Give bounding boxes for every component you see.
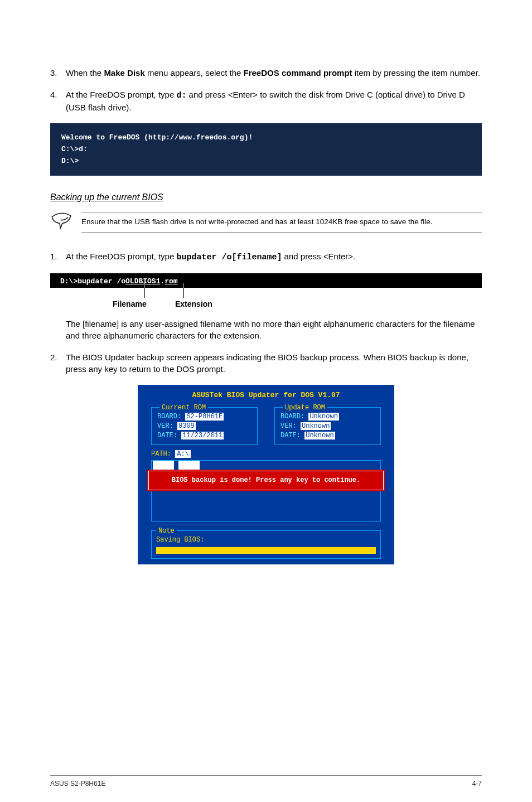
progress-bar [156,547,376,554]
step-num: 2. [50,351,66,375]
cmd-filename: OLDBIOS1 [125,277,160,286]
update-rom-box: Update ROM BOARD: Unknown VER: Unknown D… [274,407,381,445]
rom-row: Current ROM BOARD: S2-P8H61E VER: 0309 D… [138,407,394,445]
step-body: At the FreeDOS prompt, type bupdater /o[… [66,250,482,263]
saving-text: Saving BIOS: [156,535,376,545]
terminal-line: Welcome to FreeDOS (http://www.freedos.o… [61,132,471,144]
instruction-list-a: 3. When the Make Disk menu appears, sele… [50,67,482,113]
terminal-output: Welcome to FreeDOS (http://www.freedos.o… [50,123,482,176]
callout-connector [183,283,184,298]
step-body: At the FreeDOS prompt, type d: and press… [66,89,482,113]
step-body: When the Make Disk menu appears, select … [66,67,482,79]
step-body: The BIOS Updater backup screen appears i… [66,351,482,375]
fieldset-label: Current ROM [159,403,208,413]
instruction-list-b2: 2. The BIOS Updater backup screen appear… [50,351,482,375]
step-b1: 1. At the FreeDOS prompt, type bupdater … [50,250,482,263]
explanatory-paragraph: The [filename] is any user-assigned file… [66,318,482,341]
cmd-extension: rom [165,277,177,286]
callout-area: Filename Extension [50,288,482,310]
terminal-line: C:\>d: [61,144,471,156]
step-num: 1. [50,250,66,263]
step-b2: 2. The BIOS Updater backup screen appear… [50,351,482,375]
bios-window: ASUSTek BIOS Updater for DOS V1.07 Curre… [138,385,394,564]
fieldset-label: Update ROM [283,403,327,413]
step-4: 4. At the FreeDOS prompt, type d: and pr… [50,89,482,113]
cmd-prefix: D:\>bupdater /o [60,277,125,286]
path-row: PATH: A:\ [138,445,394,460]
note-section: Note Saving BIOS: [151,530,381,559]
status-banner: BIOS backup is done! Press any key to co… [148,471,384,490]
section-heading: Backing up the current BIOS [50,191,482,204]
step-3: 3. When the Make Disk menu appears, sele… [50,67,482,79]
step-num: 3. [50,67,66,79]
current-rom-box: Current ROM BOARD: S2-P8H61E VER: 0309 D… [151,407,258,445]
callout-connector [144,283,145,298]
file-list-area: BIOS backup is done! Press any key to co… [151,460,381,521]
bios-screenshot: ASUSTek BIOS Updater for DOS V1.07 Curre… [50,385,482,564]
note-label: Note [156,526,177,536]
step-num: 4. [50,89,66,113]
callout-extension-label: Extension [175,299,212,310]
terminal-line: D:\> [61,156,471,167]
instruction-list-b: 1. At the FreeDOS prompt, type bupdater … [50,250,482,263]
note-text: Ensure that the USB flash drive is not w… [81,212,482,233]
command-line-block: D:\>bupdater /oOLDBIOS1.rom [50,273,482,288]
note-icon [50,212,81,234]
column-header-bars [152,461,200,471]
note-callout: Ensure that the USB flash drive is not w… [50,212,482,234]
callout-filename-label: Filename [113,299,147,310]
